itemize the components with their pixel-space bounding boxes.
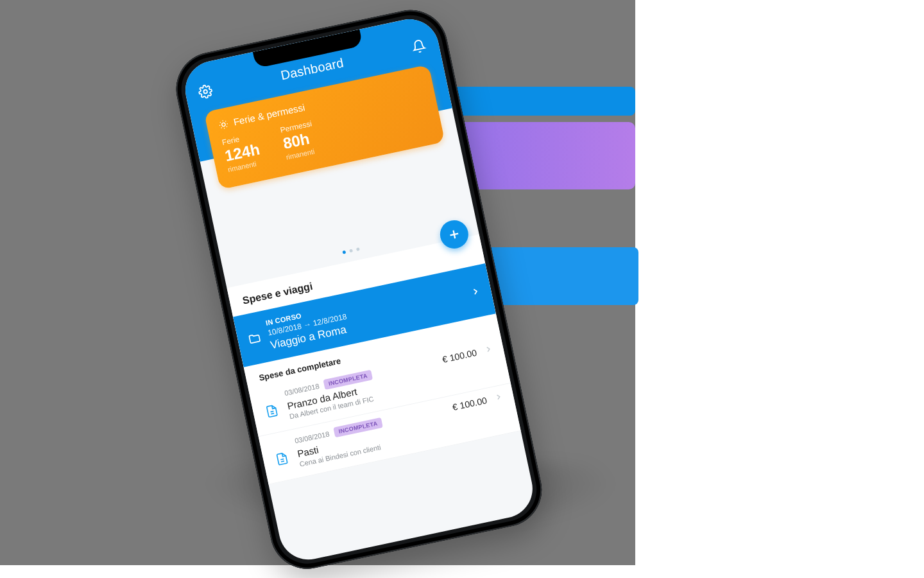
spese-section: Spese e viaggi IN CORSO 10/8/2018 → [227, 234, 520, 485]
settings-icon[interactable] [196, 82, 216, 101]
dot-active[interactable] [342, 250, 346, 254]
dot[interactable] [349, 249, 353, 253]
chevron-right-icon [483, 344, 494, 355]
bell-icon[interactable] [409, 37, 429, 57]
svg-point-1 [221, 122, 225, 126]
permessi-column: Permessi 80h rimanenti [279, 119, 318, 161]
dot[interactable] [355, 247, 359, 251]
sun-icon [218, 118, 230, 130]
chevron-right-icon [470, 286, 482, 298]
ferie-column: Ferie 124h rimanenti [221, 131, 263, 174]
expense-amount: € 100.00 [441, 347, 478, 365]
document-icon [262, 401, 282, 421]
svg-point-0 [203, 89, 208, 94]
chevron-right-icon [493, 392, 504, 403]
document-icon [272, 449, 292, 469]
expense-amount: € 100.00 [452, 395, 488, 412]
folder-icon [247, 331, 262, 346]
